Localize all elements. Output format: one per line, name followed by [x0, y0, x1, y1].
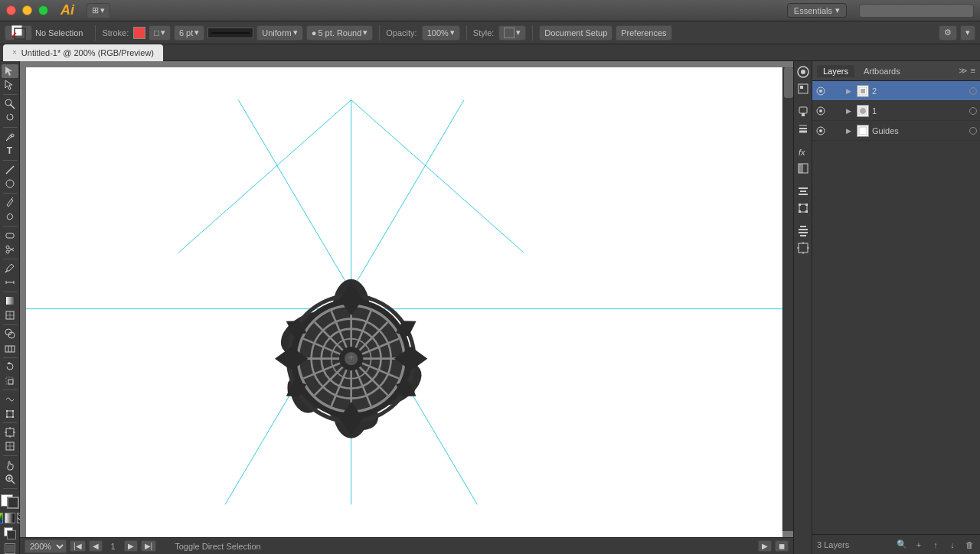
zoom-select[interactable]: 200%: [24, 539, 67, 553]
gradient-icon[interactable]: [5, 513, 15, 523]
free-transform-tool[interactable]: [2, 407, 18, 421]
move-layer-icon[interactable]: ↑: [929, 539, 942, 551]
svg-rect-37: [6, 429, 14, 436]
gradient-tool[interactable]: [2, 294, 18, 308]
layers-tab[interactable]: Layers: [817, 65, 854, 77]
layer-color-guides[interactable]: [969, 127, 977, 135]
layers-icon[interactable]: [795, 223, 811, 239]
layer-color-1[interactable]: [969, 107, 977, 115]
lasso-tool[interactable]: [2, 111, 18, 125]
layer-visibility-1[interactable]: [815, 106, 826, 116]
artboards-icon[interactable]: [795, 240, 811, 256]
panel-expand-icon[interactable]: ≫: [959, 66, 968, 76]
ellipse-tool[interactable]: [2, 177, 18, 191]
stroke-weight-button[interactable]: 6 pt ▾: [174, 25, 204, 41]
align-icon[interactable]: [795, 184, 811, 199]
move-layer-down-icon[interactable]: ↓: [946, 539, 959, 551]
color-panel-icon[interactable]: [795, 64, 811, 80]
tab-close-icon[interactable]: ×: [12, 48, 17, 57]
panel-menu-icon[interactable]: ≡: [971, 66, 975, 76]
artboard-tool[interactable]: [2, 425, 18, 439]
selection-tool[interactable]: [2, 64, 18, 78]
minimize-button[interactable]: [22, 5, 32, 15]
workspace-button[interactable]: Essentials ▾: [787, 3, 847, 18]
scale-tool[interactable]: [2, 374, 18, 388]
close-button[interactable]: [6, 5, 16, 15]
svg-rect-26: [5, 346, 15, 352]
line-tool[interactable]: [2, 163, 18, 177]
eraser-tool[interactable]: [2, 229, 18, 243]
transform-icon[interactable]: [795, 200, 811, 216]
blob-brush-tool[interactable]: [2, 210, 18, 223]
svg-rect-32: [7, 411, 13, 417]
normal-screen-icon[interactable]: [5, 543, 15, 554]
type-tool[interactable]: T: [2, 144, 18, 158]
layer-expand-2[interactable]: ▶: [843, 86, 854, 96]
search-input[interactable]: [859, 4, 974, 18]
search-layers-icon[interactable]: 🔍: [896, 539, 908, 551]
fx-icon[interactable]: fx: [795, 144, 811, 159]
zoom-tool[interactable]: [2, 473, 18, 487]
maximize-button[interactable]: [38, 5, 48, 15]
magic-wand-tool[interactable]: [2, 97, 18, 111]
stroke-panel-icon[interactable]: [795, 121, 811, 136]
opacity-icon[interactable]: [795, 161, 811, 176]
layer-visibility-guides[interactable]: [815, 125, 826, 136]
layer-lock-1[interactable]: [829, 106, 840, 116]
preferences-button[interactable]: Preferences: [616, 25, 671, 41]
stroke-shape-button[interactable]: □ ▾: [149, 25, 171, 41]
live-paint-tool[interactable]: [2, 341, 18, 355]
last-page-button[interactable]: ▶|: [141, 540, 157, 552]
color-mode-icon[interactable]: [0, 513, 3, 523]
artboards-tab[interactable]: Artboards: [858, 65, 906, 77]
scissors-tool[interactable]: [2, 243, 18, 256]
eyedropper-tool[interactable]: [2, 262, 18, 275]
hand-tool[interactable]: [2, 458, 18, 472]
tool-separator-6: [3, 259, 17, 259]
layer-expand-1[interactable]: ▶: [843, 106, 854, 116]
scrollbar-thumb[interactable]: [784, 67, 793, 98]
vertical-scrollbar[interactable]: [782, 67, 793, 531]
stop-button[interactable]: ◼: [775, 540, 789, 552]
panel-toggle-button[interactable]: ▾: [960, 25, 975, 41]
canvas-area[interactable]: 200% |◀ ◀ 1 ▶ ▶| Toggle Direct Selection…: [20, 61, 793, 554]
pencil-tool[interactable]: [2, 196, 18, 210]
arrange-menu-button[interactable]: ⊞ ▾: [87, 3, 110, 18]
prev-page-button[interactable]: ◀: [89, 540, 103, 552]
mesh-tool[interactable]: [2, 308, 18, 322]
next-page-button[interactable]: ▶: [124, 540, 138, 552]
more-options-button[interactable]: ⚙: [939, 25, 957, 41]
brush-icon[interactable]: [795, 104, 811, 119]
document-tab[interactable]: × Untitled-1* @ 200% (RGB/Preview): [3, 44, 163, 61]
opacity-button[interactable]: 100% ▾: [422, 25, 460, 41]
measure-tool[interactable]: [2, 275, 18, 289]
pen-tool[interactable]: [2, 130, 18, 144]
layer-lock-guides[interactable]: [829, 125, 840, 136]
play-button[interactable]: ▶: [758, 540, 772, 552]
swatches-icon[interactable]: [795, 81, 811, 96]
svg-rect-30: [8, 380, 13, 384]
add-layer-icon[interactable]: +: [913, 539, 925, 551]
canvas-svg[interactable]: [26, 67, 782, 537]
stroke-style-button[interactable]: Uniform ▾: [256, 25, 303, 41]
layer-row-guides[interactable]: ▶ Guides: [812, 121, 980, 141]
delete-layer-icon[interactable]: 🗑: [963, 539, 975, 551]
stroke-color-swatch[interactable]: [133, 27, 145, 39]
direct-selection-tool[interactable]: [2, 79, 18, 93]
first-page-button[interactable]: |◀: [70, 540, 86, 552]
layer-color-2[interactable]: [969, 87, 977, 95]
layer-expand-guides[interactable]: ▶: [843, 125, 854, 136]
layer-row-1[interactable]: ▶ 1: [812, 101, 980, 121]
layer-visibility-2[interactable]: [815, 86, 826, 96]
slice-tool[interactable]: [2, 440, 18, 454]
layer-lock-2[interactable]: [829, 86, 840, 96]
layer-row-2[interactable]: ▶ 2: [812, 81, 980, 101]
shape-builder-tool[interactable]: [2, 327, 18, 341]
stroke-cap-button[interactable]: ● 5 pt. Round ▾: [306, 25, 374, 41]
rotate-tool[interactable]: [2, 360, 18, 373]
document-setup-button[interactable]: Document Setup: [539, 25, 612, 41]
stroke-swatch[interactable]: [7, 497, 19, 509]
swap-icon[interactable]: [4, 527, 16, 539]
style-swatch-button[interactable]: ▾: [498, 25, 526, 41]
warp-tool[interactable]: [2, 393, 18, 406]
